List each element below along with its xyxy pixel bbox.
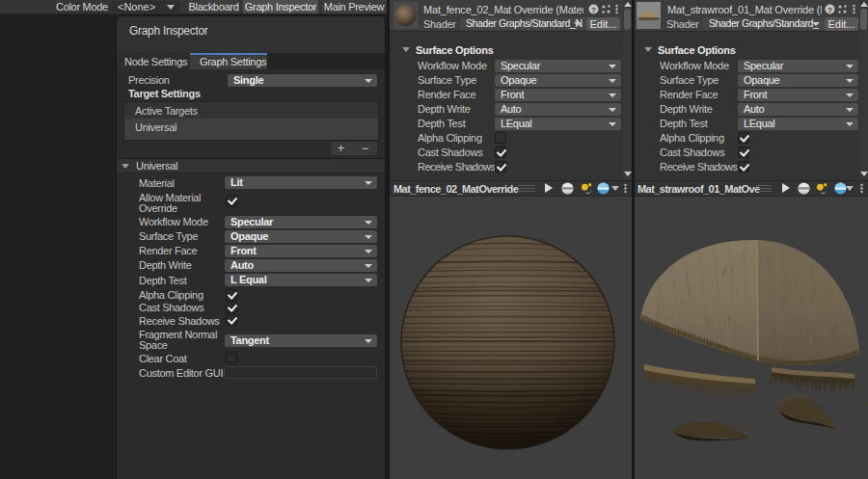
- svg-text:?: ?: [827, 6, 832, 14]
- svg-text:?: ?: [591, 6, 596, 14]
